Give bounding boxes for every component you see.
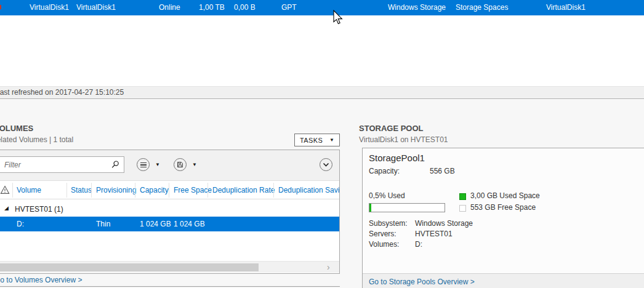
volumes-link-row: Go to Volumes Overview > (0, 274, 340, 287)
disk-unallocated-cell: 0,00 B (234, 0, 256, 15)
disk-virtualdisk-cell: VirtualDisk1 (76, 0, 116, 15)
column-divider (273, 183, 274, 198)
filter-box (0, 156, 124, 173)
cell-provisioning: Thin (96, 217, 110, 231)
free-space-swatch (459, 205, 466, 212)
save-query-button[interactable] (174, 158, 187, 171)
col-header-volume[interactable]: Volume (17, 181, 41, 199)
cell-capacity: 1 024 GB (140, 217, 171, 231)
collapse-panel-button[interactable] (320, 158, 332, 171)
disk-pool-cell: VirtualDisk1 (546, 0, 586, 15)
servers-value: HVTEST01 (415, 230, 453, 238)
col-header-capacity[interactable]: Capacity (140, 181, 169, 199)
disks-selected-row[interactable]: VirtualDisk1 VirtualDisk1 Online 1,00 TB… (0, 0, 644, 15)
storage-pool-panel-title: STORAGE POOL (359, 124, 424, 133)
col-header-dedup-savings[interactable]: Deduplication Savings (278, 181, 340, 199)
cell-free-space: 1 024 GB (174, 217, 205, 231)
horizontal-scrollbar[interactable]: › (0, 261, 339, 273)
storage-pools-overview-link[interactable]: Go to Storage Pools Overview > (369, 276, 475, 287)
alert-triangle-icon (0, 185, 10, 194)
group-row-label: HVTEST01 (1) (15, 202, 63, 217)
save-query-dropdown[interactable]: ▼ (192, 162, 197, 167)
volumes-tasks-button[interactable]: TASKS ▼ (294, 134, 340, 146)
server-group-row[interactable]: ◢ HVTEST01 (1) (0, 202, 339, 217)
scrollbar-thumb[interactable] (0, 263, 259, 271)
server-manager-screen: VirtualDisk1 VirtualDisk1 Online 1,00 TB… (0, 0, 644, 288)
volumes-overview-link[interactable]: Go to Volumes Overview > (0, 274, 82, 286)
free-space-legend: 553 GB Free Space (470, 203, 536, 212)
volumes-grid-header: Volume Status Provisioning Capacity Free… (0, 181, 339, 199)
list-view-button[interactable] (137, 158, 150, 171)
disk-partition-cell: GPT (281, 0, 297, 15)
chevron-down-icon: ▼ (329, 138, 334, 143)
status-bar: Last refreshed on 2017-04-27 15:10:25 (0, 86, 644, 99)
clipped-alert-icon (0, 5, 1, 9)
volumes-value: D: (415, 240, 422, 249)
storage-pool-box: StoragePool1 Capacity: 556 GB 0,5% Used … (362, 148, 644, 288)
used-space-fill (369, 204, 371, 212)
capacity-value: 556 GB (430, 167, 455, 175)
used-space-progressbar (369, 203, 445, 212)
disk-subsystem-cell: Windows Storage (388, 0, 446, 15)
column-divider (91, 183, 92, 198)
save-icon (177, 161, 183, 168)
volumes-grid-box: ▼ ▼ Volume (0, 150, 340, 274)
volumes-panel-subtitle: Related Volumes | 1 total (0, 135, 160, 144)
disk-bustype-cell: Storage Spaces (456, 0, 508, 15)
column-divider (66, 183, 67, 198)
volumes-label: Volumes: (369, 240, 399, 249)
pool-name: StoragePool1 (369, 153, 425, 163)
col-header-free-space[interactable]: Free Space (174, 181, 212, 199)
scroll-right-arrow[interactable]: › (327, 262, 330, 273)
column-divider (12, 183, 13, 198)
disk-name-cell: VirtualDisk1 (30, 0, 69, 15)
cell-volume: D: (17, 217, 24, 231)
used-space-swatch (459, 193, 466, 200)
last-refreshed-text: Last refreshed on 2017-04-27 15:10:25 (0, 87, 124, 98)
tasks-button-label: TASKS (300, 137, 323, 144)
storage-pool-panel-subtitle: VirtualDisk1 on HVTEST01 (359, 135, 448, 144)
list-icon (140, 162, 147, 167)
chevron-down-icon (323, 162, 329, 167)
capacity-label: Capacity: (369, 167, 400, 175)
used-percent-label: 0,5% Used (369, 191, 405, 200)
volume-row-selected[interactable]: D: Thin 1 024 GB 1 024 GB (0, 217, 339, 231)
used-space-legend: 3,00 GB Used Space (470, 191, 540, 200)
disk-capacity-cell: 1,00 TB (199, 0, 225, 15)
filter-input[interactable] (4, 157, 103, 172)
search-icon (111, 160, 120, 169)
col-header-dedup-rate[interactable]: Deduplication Rate (212, 181, 275, 199)
collapse-triangle-icon[interactable]: ◢ (4, 205, 9, 211)
column-divider (135, 183, 135, 198)
storage-pool-footer: Go to Storage Pools Overview > (363, 273, 644, 288)
volumes-toolbar: ▼ ▼ (0, 150, 339, 181)
mouse-cursor (332, 10, 344, 26)
subsystem-value: Windows Storage (415, 219, 473, 228)
disk-status-cell: Online (159, 0, 180, 15)
column-divider (169, 183, 169, 198)
list-view-dropdown[interactable]: ▼ (155, 162, 160, 167)
col-header-provisioning[interactable]: Provisioning (96, 181, 136, 199)
subsystem-label: Subsystem: (369, 219, 408, 228)
column-divider (207, 183, 208, 198)
col-header-status[interactable]: Status (71, 181, 92, 199)
servers-label: Servers: (369, 230, 396, 238)
volumes-panel-title: VOLUMES (0, 124, 123, 133)
